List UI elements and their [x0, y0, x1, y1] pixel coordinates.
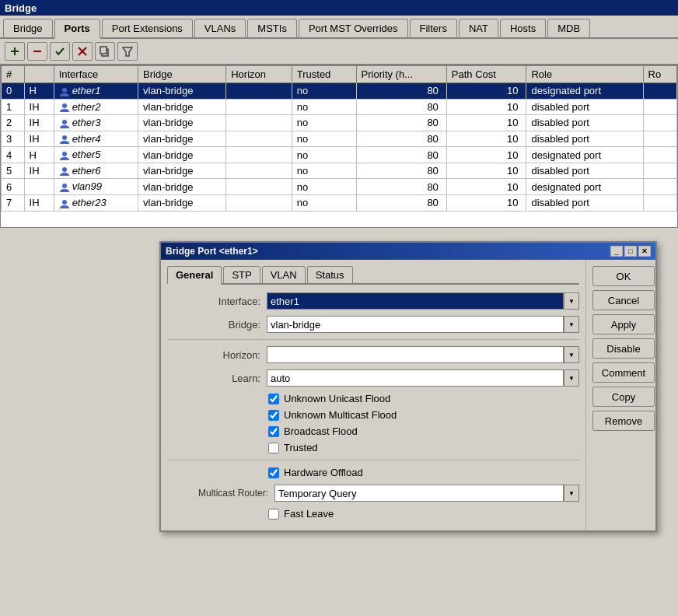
- learn-input[interactable]: [267, 369, 564, 387]
- svg-rect-6: [100, 47, 107, 54]
- tab-bridge[interactable]: Bridge: [3, 19, 53, 37]
- cell-num: 5: [2, 163, 25, 179]
- cell-bridge: vlan-bridge: [138, 163, 226, 179]
- table-row[interactable]: 4 H ether5 vlan-bridge no 80 10 designat…: [2, 147, 677, 163]
- broadcast-flood-checkbox[interactable]: [268, 426, 279, 437]
- tab-filters[interactable]: Filters: [410, 19, 457, 37]
- tab-port-mst-overrides[interactable]: Port MST Overrides: [299, 19, 408, 37]
- modal-title: Bridge Port <ether1>: [166, 246, 258, 257]
- interface-dropdown-btn[interactable]: ▼: [564, 292, 579, 310]
- tab-ports[interactable]: Ports: [54, 19, 100, 39]
- tab-nat[interactable]: NAT: [459, 19, 498, 37]
- disable-button[interactable]: Disable: [592, 338, 655, 359]
- ok-button[interactable]: OK: [592, 266, 655, 286]
- unknown-unicast-flood-checkbox[interactable]: [268, 394, 279, 404]
- cell-bridge: vlan-bridge: [138, 194, 226, 211]
- modal-right-panel: OK Cancel Apply Disable Comment Copy Rem…: [585, 260, 655, 530]
- cell-priority: 80: [356, 115, 446, 131]
- table-row[interactable]: 1 IH ether2 vlan-bridge no 80 10 disable…: [2, 99, 677, 115]
- table-row[interactable]: 5 IH ether6 vlan-bridge no 80 10 disable…: [2, 163, 677, 179]
- modal-body: General STP VLAN Status Interface: ▼ Bri…: [161, 260, 655, 530]
- cell-num: 1: [2, 99, 25, 115]
- cell-flags: IH: [24, 131, 54, 147]
- bridge-port-dialog: Bridge Port <ether1> _ □ ✕ General STP V…: [159, 241, 657, 532]
- cancel-button[interactable]: [72, 42, 93, 61]
- cell-pathcost: 10: [446, 99, 526, 115]
- tab-hosts[interactable]: Hosts: [500, 19, 546, 37]
- modal-cancel-button[interactable]: Cancel: [592, 290, 655, 310]
- unknown-multicast-flood-label: Unknown Multicast Flood: [284, 409, 397, 421]
- col-pathcost: Path Cost: [446, 66, 526, 83]
- fast-leave-checkbox[interactable]: [268, 509, 279, 520]
- tab-vlan[interactable]: VLAN: [262, 266, 306, 283]
- tab-mdb[interactable]: MDB: [547, 19, 590, 37]
- cell-horizon: [226, 115, 292, 131]
- modal-copy-button[interactable]: Copy: [592, 387, 655, 407]
- col-trusted: Trusted: [292, 66, 356, 83]
- interface-input[interactable]: [267, 292, 564, 310]
- table-row[interactable]: 3 IH ether4 vlan-bridge no 80 10 disable…: [2, 131, 677, 147]
- cell-horizon: [226, 83, 292, 100]
- col-priority: Priority (h...: [356, 66, 446, 83]
- unknown-multicast-flood-checkbox[interactable]: [268, 410, 279, 421]
- tab-stp[interactable]: STP: [223, 266, 260, 283]
- table-row[interactable]: 2 IH ether3 vlan-bridge no 80 10 disable…: [2, 115, 677, 131]
- cell-priority: 80: [356, 99, 446, 115]
- tab-status[interactable]: Status: [307, 266, 353, 283]
- modal-close-button[interactable]: ✕: [638, 246, 651, 257]
- modal-apply-button[interactable]: Apply: [592, 314, 655, 334]
- bridge-input[interactable]: [267, 316, 564, 333]
- col-flags: [24, 66, 54, 83]
- trusted-checkbox[interactable]: [268, 443, 279, 453]
- interface-row: Interface: ▼: [167, 292, 579, 310]
- cell-trusted: no: [292, 179, 356, 195]
- filter-button[interactable]: [117, 42, 138, 61]
- modal-minimize-button[interactable]: _: [610, 246, 623, 257]
- cell-bridge: vlan-bridge: [138, 99, 226, 115]
- cell-ro: [643, 147, 676, 163]
- modal-left-panel: General STP VLAN Status Interface: ▼ Bri…: [161, 260, 585, 530]
- multicast-router-input[interactable]: [274, 485, 564, 502]
- tab-port-extensions[interactable]: Port Extensions: [102, 19, 193, 37]
- modal-tab-bar: General STP VLAN Status: [167, 266, 579, 285]
- divider-2: [167, 460, 579, 460]
- horizon-input[interactable]: [267, 346, 564, 363]
- cell-priority: 80: [356, 194, 446, 211]
- cell-priority: 80: [356, 147, 446, 163]
- tab-vlans[interactable]: VLANs: [194, 19, 246, 37]
- cell-interface: ether6: [54, 163, 138, 179]
- cell-flags: IH: [24, 194, 54, 211]
- trusted-row: Trusted: [268, 442, 579, 453]
- col-role: Role: [526, 66, 643, 83]
- cell-priority: 80: [356, 83, 446, 100]
- bridge-dropdown-btn[interactable]: ▼: [564, 316, 579, 333]
- comment-button[interactable]: Comment: [592, 362, 655, 383]
- table-row[interactable]: 7 IH ether23 vlan-bridge no 80 10 disabl…: [2, 194, 677, 211]
- modal-title-buttons: _ □ ✕: [610, 246, 651, 257]
- tab-general[interactable]: General: [167, 266, 222, 285]
- modal-remove-button[interactable]: Remove: [592, 411, 655, 431]
- tab-mstis[interactable]: MSTIs: [247, 19, 297, 37]
- filter-icon: [122, 46, 133, 57]
- cell-bridge: vlan-bridge: [138, 131, 226, 147]
- add-button[interactable]: [5, 42, 25, 61]
- cell-ro: [643, 179, 676, 195]
- learn-dropdown-btn[interactable]: ▼: [564, 369, 579, 387]
- apply-button[interactable]: [50, 42, 70, 61]
- horizon-dropdown-btn[interactable]: ▼: [564, 346, 579, 363]
- cell-interface: ether23: [54, 194, 138, 211]
- trusted-label: Trusted: [284, 442, 318, 453]
- copy-toolbar-button[interactable]: [95, 42, 115, 61]
- cell-num: 0: [2, 83, 25, 100]
- table-row[interactable]: 6 vlan99 vlan-bridge no 80 10 designated…: [2, 179, 677, 195]
- cell-ro: [643, 99, 676, 115]
- cell-pathcost: 10: [446, 131, 526, 147]
- table-row[interactable]: 0 H ether1 vlan-bridge no 80 10 designat…: [2, 83, 677, 100]
- multicast-router-dropdown-btn[interactable]: ▼: [564, 485, 579, 502]
- modal-maximize-button[interactable]: □: [624, 246, 637, 257]
- svg-point-10: [62, 120, 67, 124]
- hardware-offload-checkbox[interactable]: [268, 467, 279, 478]
- remove-button[interactable]: [27, 42, 47, 61]
- cell-ro: [643, 194, 676, 211]
- svg-point-13: [62, 167, 67, 172]
